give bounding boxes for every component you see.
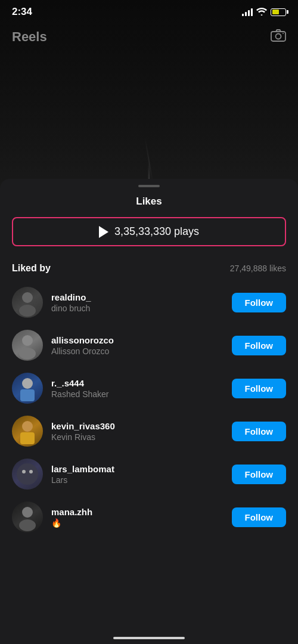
plays-container: 3,35,33,330 plays xyxy=(12,217,286,246)
svg-rect-11 xyxy=(20,432,35,444)
svg-point-7 xyxy=(19,348,36,360)
play-icon xyxy=(99,226,108,238)
liked-by-header: Liked by 27,49,888 likes xyxy=(0,258,298,281)
page-header: Reels xyxy=(0,24,298,50)
avatar[interactable] xyxy=(12,330,43,361)
avatar[interactable] xyxy=(12,287,43,318)
svg-point-16 xyxy=(19,519,36,531)
battery-icon xyxy=(271,8,286,16)
avatar[interactable] xyxy=(12,459,43,490)
likes-sheet: Likes 3,35,33,330 plays Liked by 27,49,8… xyxy=(0,179,298,644)
user-info: allissonorozco Allisson Orozco xyxy=(51,335,224,356)
liked-by-label: Liked by xyxy=(12,263,51,274)
svg-point-10 xyxy=(22,421,33,432)
user-info: r._.s444 Rashed Shaker xyxy=(51,378,224,399)
follow-button[interactable]: Follow xyxy=(232,422,287,441)
likes-count: 27,49,888 likes xyxy=(230,264,286,273)
user-info: lars_lambomat Lars xyxy=(51,464,224,485)
user-info: realdino_ dino bruch xyxy=(51,292,224,313)
page-title: Reels xyxy=(12,29,47,45)
display-name: Lars xyxy=(51,475,224,485)
svg-point-4 xyxy=(22,292,33,303)
list-item: r._.s444 Rashed Shaker Follow xyxy=(0,367,298,410)
camera-icon[interactable] xyxy=(271,29,286,45)
sheet-title: Likes xyxy=(0,187,298,217)
svg-point-14 xyxy=(29,470,33,473)
user-info: mana.zhh 🔥 xyxy=(51,507,224,528)
username: realdino_ xyxy=(51,292,224,302)
follow-button[interactable]: Follow xyxy=(232,465,287,484)
plays-count: 3,35,33,330 plays xyxy=(114,225,199,238)
list-item: kevin_rivas360 Kevin Rivas Follow xyxy=(0,410,298,453)
list-item: lars_lambomat Lars Follow xyxy=(0,453,298,496)
display-name: 🔥 xyxy=(51,518,224,528)
display-name: Rashed Shaker xyxy=(51,389,224,399)
svg-rect-9 xyxy=(20,389,35,401)
follow-button[interactable]: Follow xyxy=(232,379,287,398)
display-name: dino bruch xyxy=(51,304,224,313)
username: kevin_rivas360 xyxy=(51,421,224,431)
username: mana.zhh xyxy=(51,507,224,517)
follow-button[interactable]: Follow xyxy=(232,293,287,312)
svg-point-2 xyxy=(276,34,281,39)
avatar[interactable] xyxy=(12,416,43,447)
follow-button[interactable]: Follow xyxy=(232,507,287,527)
username: allissonorozco xyxy=(51,335,224,345)
username: lars_lambomat xyxy=(51,464,224,474)
display-name: Allisson Orozco xyxy=(51,346,224,356)
signal-icon xyxy=(242,8,253,16)
avatar[interactable] xyxy=(12,373,43,404)
svg-point-8 xyxy=(22,378,33,389)
plays-button[interactable]: 3,35,33,330 plays xyxy=(12,217,286,246)
svg-point-3 xyxy=(283,33,284,34)
svg-point-13 xyxy=(22,470,26,473)
list-item: allissonorozco Allisson Orozco Follow xyxy=(0,324,298,367)
list-item: mana.zhh 🔥 Follow xyxy=(0,496,298,538)
svg-point-15 xyxy=(22,507,33,518)
avatar[interactable] xyxy=(12,501,43,532)
svg-point-12 xyxy=(17,463,38,485)
user-info: kevin_rivas360 Kevin Rivas xyxy=(51,421,224,442)
status-icons xyxy=(242,7,286,17)
home-indicator xyxy=(113,637,185,639)
wifi-icon xyxy=(256,7,267,17)
display-name: Kevin Rivas xyxy=(51,432,224,442)
list-item: realdino_ dino bruch Follow xyxy=(0,281,298,324)
username: r._.s444 xyxy=(51,378,224,388)
svg-point-5 xyxy=(19,305,36,317)
status-bar: 2:34 xyxy=(0,0,298,21)
user-list: realdino_ dino bruch Follow allissonoroz… xyxy=(0,281,298,644)
follow-button[interactable]: Follow xyxy=(232,336,287,355)
status-time: 2:34 xyxy=(12,6,32,18)
svg-point-6 xyxy=(22,335,33,346)
